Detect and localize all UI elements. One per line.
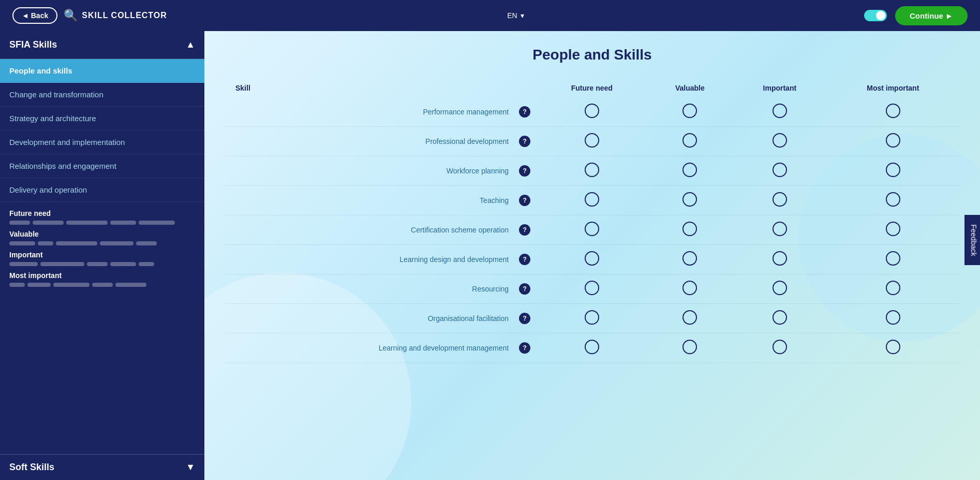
radio-most_important[interactable] bbox=[886, 133, 900, 148]
skill-name-cell: Learning and development management bbox=[225, 333, 513, 363]
soft-skills-section-header[interactable]: Soft Skills ▼ bbox=[0, 454, 204, 480]
radio-most_important[interactable] bbox=[886, 163, 900, 177]
continue-button[interactable]: Continue ► bbox=[895, 6, 968, 25]
radio-valuable[interactable] bbox=[682, 251, 697, 266]
radio-future_need[interactable] bbox=[585, 281, 599, 295]
logo-area: 🔍 SKILL COLLECTOR bbox=[64, 9, 167, 22]
radio-cell-most_important bbox=[827, 97, 959, 127]
help-icon[interactable]: ? bbox=[519, 342, 530, 354]
help-cell: ? bbox=[513, 274, 537, 304]
sidebar-item-delivery-and-operation[interactable]: Delivery and operation bbox=[0, 178, 204, 202]
radio-valuable[interactable] bbox=[682, 281, 697, 295]
sidebar-item-label: Strategy and architecture bbox=[9, 114, 96, 123]
legend-bar bbox=[9, 221, 30, 225]
radio-cell-future_need bbox=[537, 215, 647, 245]
legend-bar bbox=[53, 283, 90, 287]
radio-cell-most_important bbox=[827, 274, 959, 304]
help-icon[interactable]: ? bbox=[519, 224, 530, 236]
radio-important[interactable] bbox=[773, 192, 787, 207]
skill-name-cell: Professional development bbox=[225, 127, 513, 156]
radio-important[interactable] bbox=[773, 310, 787, 325]
help-icon[interactable]: ? bbox=[519, 313, 530, 324]
legend-future-need: Future need Valuable Important bbox=[0, 202, 204, 299]
radio-important[interactable] bbox=[773, 163, 787, 177]
radio-important[interactable] bbox=[773, 104, 787, 118]
legend-bar bbox=[100, 241, 133, 245]
legend-most-important-title: Most important bbox=[9, 271, 195, 280]
help-icon[interactable]: ? bbox=[519, 283, 530, 295]
table-row: Performance management? bbox=[225, 97, 959, 127]
radio-important[interactable] bbox=[773, 133, 787, 148]
radio-future_need[interactable] bbox=[585, 104, 599, 118]
help-icon[interactable]: ? bbox=[519, 254, 530, 265]
legend-future-need-bars bbox=[9, 221, 195, 225]
radio-future_need[interactable] bbox=[585, 340, 599, 354]
logo-icon: 🔍 bbox=[64, 9, 78, 22]
skill-name-cell: Learning design and development bbox=[225, 245, 513, 274]
radio-most_important[interactable] bbox=[886, 104, 900, 118]
radio-valuable[interactable] bbox=[682, 222, 697, 236]
theme-toggle[interactable] bbox=[864, 10, 887, 21]
legend-important-title: Important bbox=[9, 251, 195, 259]
radio-valuable[interactable] bbox=[682, 104, 697, 118]
radio-cell-most_important bbox=[827, 215, 959, 245]
soft-skills-title: Soft Skills bbox=[9, 462, 54, 473]
radio-valuable[interactable] bbox=[682, 163, 697, 177]
sfia-section-header[interactable]: SFIA Skills ▲ bbox=[0, 31, 204, 59]
radio-most_important[interactable] bbox=[886, 192, 900, 207]
back-button[interactable]: ◄ Back bbox=[12, 7, 57, 24]
help-icon[interactable]: ? bbox=[519, 195, 530, 206]
app-title: SKILL COLLECTOR bbox=[82, 11, 167, 20]
radio-future_need[interactable] bbox=[585, 222, 599, 236]
legend-bar bbox=[56, 241, 97, 245]
radio-future_need[interactable] bbox=[585, 192, 599, 207]
radio-most_important[interactable] bbox=[886, 251, 900, 266]
sidebar-item-people-and-skills[interactable]: People and skills bbox=[0, 59, 204, 83]
radio-cell-most_important bbox=[827, 245, 959, 274]
radio-most_important[interactable] bbox=[886, 222, 900, 236]
help-icon[interactable]: ? bbox=[519, 136, 530, 147]
radio-cell-future_need bbox=[537, 97, 647, 127]
help-cell: ? bbox=[513, 304, 537, 333]
radio-most_important[interactable] bbox=[886, 281, 900, 295]
skill-name-cell: Resourcing bbox=[225, 274, 513, 304]
th-most-important: Most important bbox=[827, 79, 959, 97]
radio-future_need[interactable] bbox=[585, 163, 599, 177]
radio-important[interactable] bbox=[773, 340, 787, 354]
legend-bar bbox=[92, 283, 113, 287]
sidebar-item-relationships-and-engagement[interactable]: Relationships and engagement bbox=[0, 154, 204, 178]
sidebar-item-change-and-transformation[interactable]: Change and transformation bbox=[0, 83, 204, 107]
radio-important[interactable] bbox=[773, 251, 787, 266]
sidebar-item-development-and-implementation[interactable]: Development and implementation bbox=[0, 130, 204, 154]
skill-name-cell: Organisational facilitation bbox=[225, 304, 513, 333]
radio-cell-future_need bbox=[537, 245, 647, 274]
help-icon[interactable]: ? bbox=[519, 106, 530, 118]
sidebar: SFIA Skills ▲ People and skills Change a… bbox=[0, 31, 204, 480]
radio-important[interactable] bbox=[773, 222, 787, 236]
legend-bar bbox=[136, 241, 157, 245]
sidebar-item-strategy-and-architecture[interactable]: Strategy and architecture bbox=[0, 107, 204, 130]
help-cell: ? bbox=[513, 333, 537, 363]
sfia-title: SFIA Skills bbox=[9, 39, 57, 50]
radio-valuable[interactable] bbox=[682, 340, 697, 354]
page-title: People and Skills bbox=[225, 47, 959, 63]
radio-cell-valuable bbox=[647, 304, 733, 333]
help-icon[interactable]: ? bbox=[519, 165, 530, 177]
radio-future_need[interactable] bbox=[585, 251, 599, 266]
radio-most_important[interactable] bbox=[886, 340, 900, 354]
radio-valuable[interactable] bbox=[682, 192, 697, 207]
radio-most_important[interactable] bbox=[886, 310, 900, 325]
radio-valuable[interactable] bbox=[682, 133, 697, 148]
feedback-tab[interactable]: Feedback bbox=[964, 215, 980, 265]
th-skill: Skill bbox=[225, 79, 537, 97]
th-valuable: Valuable bbox=[647, 79, 733, 97]
sidebar-item-label: People and skills bbox=[9, 66, 72, 75]
table-row: Workforce planning? bbox=[225, 156, 959, 186]
radio-future_need[interactable] bbox=[585, 133, 599, 148]
radio-future_need[interactable] bbox=[585, 310, 599, 325]
radio-important[interactable] bbox=[773, 281, 787, 295]
legend-bar bbox=[9, 241, 35, 245]
radio-valuable[interactable] bbox=[682, 310, 697, 325]
language-arrow: ▾ bbox=[521, 11, 524, 20]
radio-cell-most_important bbox=[827, 333, 959, 363]
